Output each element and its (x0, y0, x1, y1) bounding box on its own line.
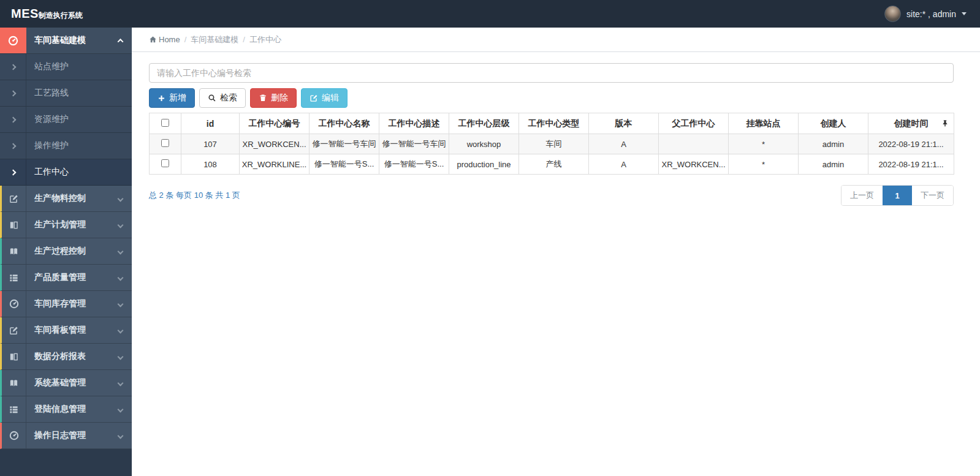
col-creator: 创建人 (799, 113, 868, 134)
sidebar: 车间基础建模 站点维护 工艺路线 资源维护 操作维护 工作中心 生产物料控制 生… (0, 28, 132, 476)
sidebar-group-operation-log-management[interactable]: 操作日志管理 (0, 423, 132, 449)
chevron-right-icon (10, 116, 16, 123)
top-navbar: MES制造执行系统 site:* , admin (0, 0, 980, 28)
row-checkbox[interactable] (161, 159, 169, 167)
book-icon (9, 379, 18, 388)
caret-down-icon (962, 12, 967, 15)
sidebar-item-resource-maintenance[interactable]: 资源维护 (0, 107, 132, 133)
pencil-icon (9, 326, 18, 335)
delete-button[interactable]: 删除 (250, 88, 297, 108)
book-icon (9, 247, 18, 256)
trash-icon (259, 94, 267, 102)
sidebar-group-plan-management[interactable]: 生产计划管理 (0, 212, 132, 238)
sidebar-item-process-route[interactable]: 工艺路线 (0, 80, 132, 107)
table-row: 107 XR_WORKCEN... 修一智能一号车间 修一智能一号车间 work… (150, 134, 954, 154)
chevron-down-icon (117, 301, 123, 307)
pagination-summary: 总 2 条 每页 10 条 共 1 页 (149, 190, 240, 201)
sidebar-group-material-control[interactable]: 生产物料控制 (0, 186, 132, 212)
sidebar-group-process-control[interactable]: 生产过程控制 (0, 238, 132, 265)
gauge-icon (8, 36, 18, 46)
header-select-all-cell (150, 113, 181, 134)
chevron-down-icon (117, 195, 123, 202)
sidebar-group-kanban-management[interactable]: 车间看板管理 (0, 317, 132, 344)
table-header-row: id 工作中心编号 工作中心名称 工作中心描述 工作中心层级 工作中心类型 版本… (150, 113, 954, 134)
search-button[interactable]: 检索 (199, 88, 246, 108)
app-logo-mes: MES (11, 7, 39, 20)
user-label: site:* , admin (906, 9, 956, 19)
prev-page-button[interactable]: 上一页 (841, 186, 883, 205)
sidebar-group-quality-management[interactable]: 产品质量管理 (0, 265, 132, 291)
col-station: 挂靠站点 (729, 113, 799, 134)
sidebar-group-inventory-management[interactable]: 车间库存管理 (0, 291, 132, 317)
col-level: 工作中心层级 (449, 113, 519, 134)
chevron-down-icon (117, 406, 123, 412)
chevron-down-icon (117, 248, 123, 254)
sidebar-group-login-info-management[interactable]: 登陆信息管理 (0, 396, 132, 423)
chevron-down-icon (117, 274, 123, 281)
chevron-down-icon (117, 353, 123, 360)
chevron-down-icon (117, 380, 123, 386)
work-center-table: id 工作中心编号 工作中心名称 工作中心描述 工作中心层级 工作中心类型 版本… (149, 113, 954, 175)
pin-icon[interactable] (941, 119, 949, 127)
page-1-button[interactable]: 1 (883, 186, 912, 205)
sidebar-item-operation-maintenance[interactable]: 操作维护 (0, 133, 132, 159)
pencil-icon (9, 194, 18, 203)
columns-icon (9, 352, 18, 361)
edit-button[interactable]: 编辑 (301, 88, 348, 108)
user-menu[interactable]: site:* , admin (871, 0, 980, 28)
col-created-time: 创建时间 (868, 113, 954, 134)
chevron-right-icon (10, 143, 16, 149)
gauge-icon (9, 431, 19, 440)
col-id: id (181, 113, 240, 134)
edit-icon (310, 94, 318, 102)
sidebar-group-system-management[interactable]: 系统基础管理 (0, 370, 132, 396)
col-parent: 父工作中心 (659, 113, 729, 134)
col-code: 工作中心编号 (240, 113, 310, 134)
breadcrumb-current: 工作中心 (249, 34, 281, 45)
table-row: 108 XR_WORKLINE... 修一智能一号S... 修一智能一号S...… (150, 154, 954, 175)
breadcrumb-level1[interactable]: 车间基础建模 (191, 34, 238, 45)
col-version: 版本 (589, 113, 659, 134)
row-checkbox[interactable] (161, 139, 169, 147)
chevron-right-icon (10, 64, 16, 70)
col-name: 工作中心名称 (310, 113, 379, 134)
home-icon (149, 36, 157, 43)
gauge-icon (9, 299, 19, 309)
plus-icon (158, 94, 165, 102)
sidebar-group-label: 车间基础建模 (26, 35, 108, 46)
chevron-up-icon (117, 38, 123, 44)
sidebar-item-work-center[interactable]: 工作中心 (0, 159, 132, 186)
chevron-down-icon (117, 222, 123, 228)
chevron-down-icon (117, 433, 123, 439)
columns-icon (9, 221, 18, 230)
pagination: 上一页 1 下一页 (841, 185, 954, 206)
chevron-down-icon (117, 327, 123, 333)
chevron-right-icon (10, 169, 16, 175)
chevron-right-icon (10, 90, 16, 96)
col-type: 工作中心类型 (519, 113, 589, 134)
app-logo: MES制造执行系统 (0, 7, 132, 21)
app-logo-suffix: 制造执行系统 (39, 11, 83, 20)
breadcrumb: Home / 车间基础建模 / 工作中心 (132, 28, 980, 52)
select-all-checkbox[interactable] (161, 119, 169, 127)
col-desc: 工作中心描述 (379, 113, 449, 134)
toolbar: 新增 检索 删除 编辑 (149, 88, 954, 108)
sidebar-group-workshop-modeling[interactable]: 车间基础建模 (0, 28, 132, 54)
list-icon (9, 273, 18, 282)
breadcrumb-home-link[interactable]: Home (149, 35, 180, 44)
work-center-search-input[interactable] (149, 63, 954, 83)
next-page-button[interactable]: 下一页 (912, 186, 953, 205)
add-button[interactable]: 新增 (149, 88, 195, 108)
sidebar-group-data-reports[interactable]: 数据分析报表 (0, 344, 132, 370)
sidebar-item-station-maintenance[interactable]: 站点维护 (0, 54, 132, 80)
main-content: Home / 车间基础建模 / 工作中心 新增 检索 删除 编辑 (132, 28, 980, 476)
user-avatar[interactable] (884, 6, 901, 22)
search-icon (208, 94, 216, 102)
list-icon (9, 405, 18, 414)
